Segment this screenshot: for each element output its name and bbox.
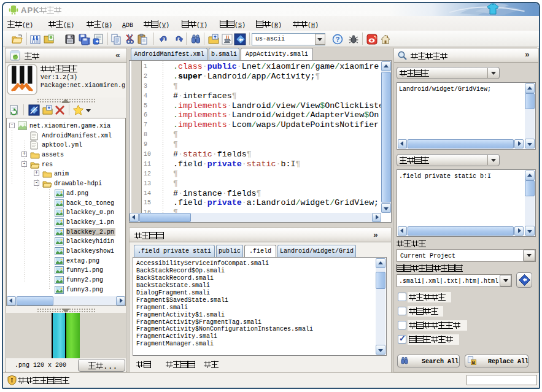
svg-text:?: ? [336,36,340,43]
svg-text:B: B [472,359,475,365]
